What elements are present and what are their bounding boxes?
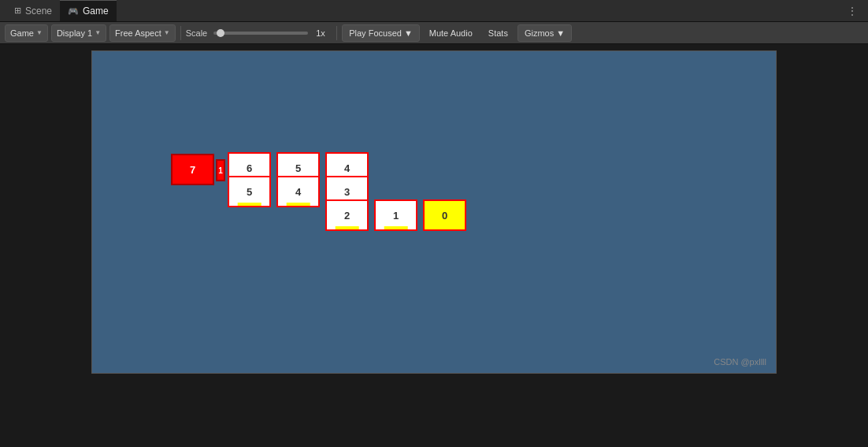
- play-focused-button[interactable]: Play Focused ▼: [342, 24, 420, 42]
- stats-label: Stats: [488, 28, 508, 38]
- scene-icon: ⊞: [14, 6, 21, 16]
- tab-game[interactable]: 🎮 Game: [60, 0, 117, 21]
- watermark: CSDN @pxllll: [714, 357, 766, 367]
- game-dropdown[interactable]: Game ▼: [5, 24, 48, 42]
- play-focused-label: Play Focused: [349, 28, 402, 38]
- aspect-label: Free Aspect: [115, 28, 161, 38]
- scale-thumb: [217, 29, 224, 37]
- watermark-text: CSDN @pxllll: [714, 357, 766, 367]
- game-card-0: 0: [423, 199, 466, 231]
- mute-audio-button[interactable]: Mute Audio: [423, 24, 479, 42]
- display-label: Display 1: [57, 28, 92, 38]
- aspect-dropdown[interactable]: Free Aspect ▼: [109, 24, 176, 42]
- scale-slider[interactable]: [213, 32, 308, 35]
- tab-scene[interactable]: ⊞ Scene: [6, 0, 60, 21]
- aspect-arrow-icon: ▼: [164, 29, 170, 36]
- game-card-2: 2: [325, 199, 369, 231]
- display-arrow-icon: ▼: [95, 29, 101, 36]
- separator-1: [180, 26, 181, 40]
- separator-2: [336, 26, 337, 40]
- game-viewport: 71654543210 CSDN @pxllll: [91, 50, 777, 374]
- game-label: Game: [10, 28, 34, 38]
- game-card-1: 1: [374, 199, 417, 231]
- tab-game-label: Game: [83, 6, 109, 17]
- gizmos-button[interactable]: Gizmos ▼: [517, 24, 572, 42]
- tab-menu-button[interactable]: ⋮: [843, 4, 862, 18]
- play-focused-arrow-icon: ▼: [404, 28, 413, 38]
- game-arrow-icon: ▼: [36, 29, 43, 36]
- tab-scene-label: Scene: [25, 6, 52, 17]
- gizmos-label: Gizmos: [525, 28, 554, 38]
- game-card-1: 1: [216, 159, 225, 181]
- game-card-7: 7: [171, 154, 214, 185]
- scale-label: Scale: [186, 28, 208, 38]
- display-dropdown[interactable]: Display 1 ▼: [51, 24, 106, 42]
- game-icon: 🎮: [68, 6, 79, 17]
- game-card-5: 5: [228, 176, 271, 207]
- tab-bar: ⊞ Scene 🎮 Game ⋮: [0, 0, 868, 22]
- gizmos-arrow-icon: ▼: [556, 28, 565, 38]
- scale-value: 1x: [316, 28, 332, 38]
- game-card-4: 4: [276, 176, 320, 207]
- main-area: 71654543210 CSDN @pxllll: [0, 44, 868, 447]
- stats-button[interactable]: Stats: [482, 24, 514, 42]
- toolbar: Game ▼ Display 1 ▼ Free Aspect ▼ Scale 1…: [0, 22, 868, 44]
- mute-audio-label: Mute Audio: [429, 28, 473, 38]
